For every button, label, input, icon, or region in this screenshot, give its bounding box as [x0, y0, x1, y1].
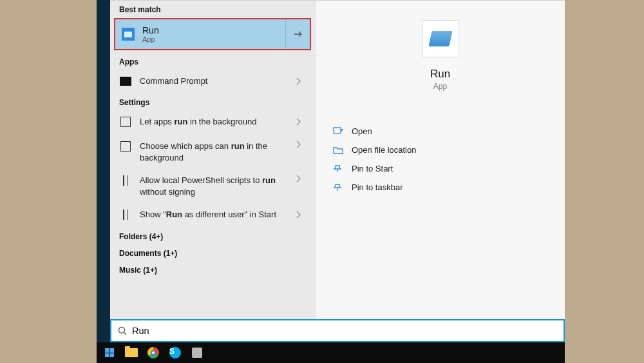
search-icon: [118, 326, 127, 335]
taskbar: S: [97, 342, 565, 363]
app-setting-icon: [119, 141, 132, 152]
chevron-right-icon[interactable]: [296, 77, 308, 85]
result-label: Choose which apps can run in the backgro…: [140, 141, 296, 163]
result-show-run-as-different-user[interactable]: Show "Run as different user" in Start: [110, 202, 315, 227]
pin-icon: [331, 183, 345, 192]
action-pin-to-taskbar[interactable]: Pin to taskbar: [327, 178, 553, 197]
chevron-right-icon[interactable]: [296, 118, 308, 126]
action-label: Open: [352, 126, 372, 136]
run-icon: [122, 28, 135, 41]
category-documents[interactable]: Documents (1+): [110, 244, 315, 260]
pin-icon: [331, 164, 345, 173]
best-match-header: Best match: [110, 1, 315, 17]
best-match-expand[interactable]: [285, 19, 310, 49]
action-open-file-location[interactable]: Open file location: [327, 141, 553, 159]
chevron-right-icon[interactable]: [296, 211, 308, 219]
result-allow-powershell-run[interactable]: Allow local PowerShell scripts to run wi…: [110, 168, 315, 202]
command-prompt-icon: [119, 75, 132, 87]
action-label: Pin to taskbar: [352, 182, 403, 192]
settings-header: Settings: [110, 93, 315, 110]
best-match-text: Run App: [142, 25, 285, 43]
action-list: Open Open file location Pin to Start Pin…: [316, 122, 565, 197]
search-results-panel: Best match Run App Apps Command Prompt S…: [110, 1, 315, 319]
taskbar-file-explorer[interactable]: [124, 345, 139, 360]
result-choose-apps-run-bg[interactable]: Choose which apps can run in the backgro…: [110, 134, 315, 168]
run-icon: [428, 31, 452, 46]
preview-panel: Run App Open Open file location Pin to S…: [315, 1, 565, 319]
result-label: Command Prompt: [140, 75, 296, 87]
app-setting-icon: [119, 116, 132, 128]
desktop-dark-edge: [97, 0, 111, 363]
search-bar[interactable]: [110, 319, 565, 342]
best-match-subtitle: App: [142, 35, 285, 43]
svg-rect-0: [124, 32, 132, 37]
result-let-apps-run-bg[interactable]: Let apps run in the background: [110, 110, 315, 134]
action-label: Open file location: [352, 145, 416, 155]
windows-icon: [105, 348, 114, 357]
best-match-title: Run: [142, 25, 285, 35]
best-match-run[interactable]: Run App: [114, 18, 311, 50]
apps-header: Apps: [110, 53, 315, 69]
chevron-right-icon[interactable]: [296, 141, 308, 148]
taskbar-chrome[interactable]: [146, 345, 161, 360]
folder-icon: [331, 146, 345, 155]
chevron-right-icon[interactable]: [296, 175, 308, 182]
app-icon: [192, 348, 202, 358]
search-input[interactable]: [132, 326, 557, 336]
svg-point-2: [119, 328, 125, 333]
category-folders[interactable]: Folders (4+): [110, 227, 315, 244]
start-menu-search-panel: Best match Run App Apps Command Prompt S…: [110, 0, 565, 319]
start-button[interactable]: [102, 345, 117, 360]
action-pin-to-start[interactable]: Pin to Start: [327, 159, 553, 178]
action-label: Pin to Start: [352, 164, 393, 173]
preview-subtitle: App: [433, 82, 447, 91]
preview-title: Run: [430, 68, 450, 81]
svg-rect-1: [334, 128, 341, 133]
folder-icon: [125, 348, 138, 357]
sliders-icon: [119, 175, 132, 186]
preview-app-icon: [422, 20, 459, 57]
taskbar-skype[interactable]: S: [167, 345, 183, 360]
taskbar-app[interactable]: [189, 345, 205, 360]
result-command-prompt[interactable]: Command Prompt: [110, 69, 315, 93]
result-label: Allow local PowerShell scripts to run wi…: [140, 175, 296, 197]
action-open[interactable]: Open: [327, 122, 553, 141]
chrome-icon: [147, 347, 159, 358]
category-music[interactable]: Music (1+): [110, 260, 315, 277]
skype-icon: S: [169, 347, 181, 358]
open-icon: [331, 127, 345, 136]
sliders-icon: [119, 209, 132, 221]
result-label: Let apps run in the background: [140, 116, 296, 128]
result-label: Show "Run as different user" in Start: [140, 209, 296, 221]
arrow-right-icon: [293, 29, 303, 39]
